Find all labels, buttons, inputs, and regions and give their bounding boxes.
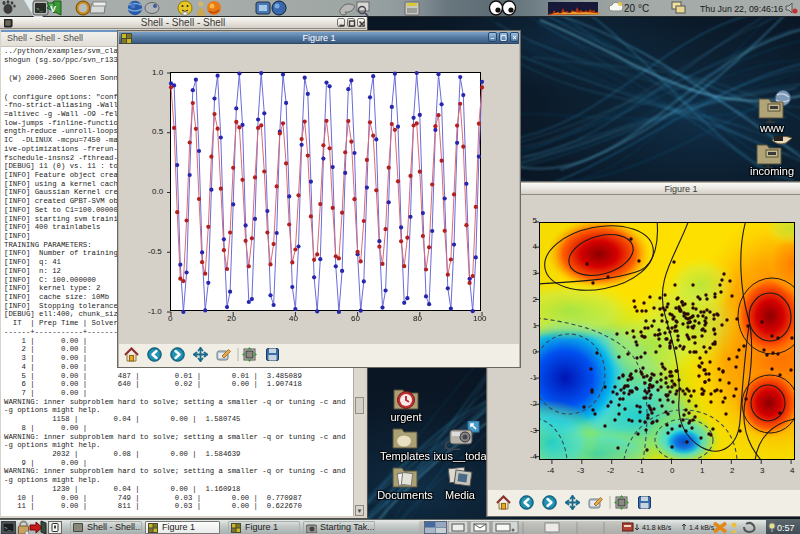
svg-text:41.8 kB/s: 41.8 kB/s (642, 524, 672, 531)
svg-text:V: V (50, 4, 56, 14)
svg-text:20 °C: 20 °C (624, 3, 649, 14)
svg-text:Thu Jun 22, 09:46:16: Thu Jun 22, 09:46:16 (700, 4, 783, 14)
svg-text:>_: >_ (4, 525, 12, 531)
svg-text:1.4 kB/s: 1.4 kB/s (689, 524, 715, 531)
svg-text:>_: >_ (36, 6, 44, 12)
